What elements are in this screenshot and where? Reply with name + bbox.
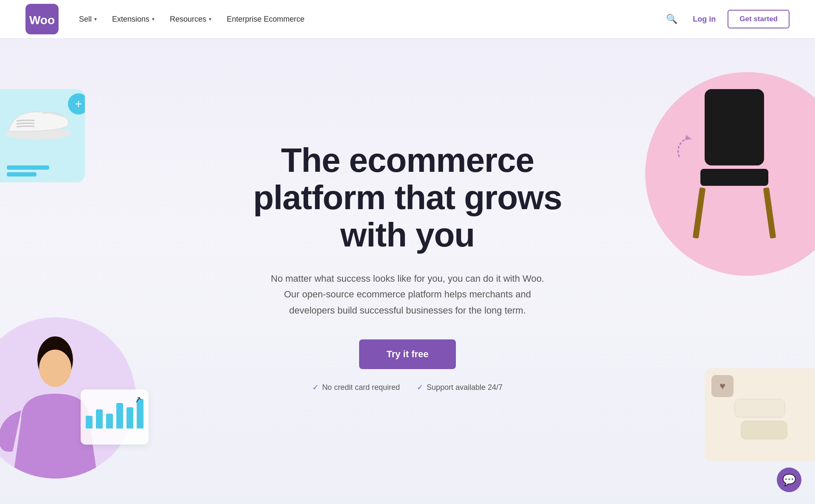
chart-bar [116,403,123,428]
support-badge: ✓ Support available 24/7 [417,383,503,392]
svg-point-4 [39,350,71,387]
check-icon: ✓ [312,383,319,392]
logo[interactable]: Woo [25,4,59,34]
hero-section: + [0,38,815,504]
shoe-decoration [4,102,72,142]
chart-arrow-icon: ↗ [134,394,143,406]
extensions-chevron-icon: ▾ [152,16,155,22]
no-credit-card-label: No credit card required [322,383,400,392]
no-credit-card-badge: ✓ No credit card required [312,383,400,392]
search-icon: 🔍 [666,14,677,24]
soap-decoration [734,399,785,440]
heart-icon: ♥ [711,375,734,397]
support-label: Support available 24/7 [427,383,503,392]
chat-icon: 💬 [782,473,796,487]
get-started-button[interactable]: Get started [728,10,790,28]
nav-sell[interactable]: Sell ▾ [79,15,97,24]
hero-subtitle: No matter what success looks like for yo… [263,271,552,318]
sell-chevron-icon: ▾ [94,16,97,22]
deco-chart: ↗ [81,389,149,445]
search-button[interactable]: 🔍 [663,10,681,28]
nav-right: 🔍 Log in Get started [663,10,790,28]
main-nav: Woo Sell ▾ Extensions ▾ Resources ▾ Ente… [0,0,815,38]
check-icon-2: ✓ [417,383,423,392]
hero-title: The ecommerce platform that grows with y… [253,142,562,254]
deco-arrow-icon [671,132,705,169]
deco-bar-lines [7,165,49,176]
svg-text:Woo: Woo [29,14,55,27]
nav-resources[interactable]: Resources ▾ [170,15,211,24]
chart-bar [126,407,133,428]
login-link[interactable]: Log in [693,15,716,24]
nav-links: Sell ▾ Extensions ▾ Resources ▾ Enterpri… [79,15,663,24]
try-it-free-button[interactable]: Try it free [359,339,455,369]
chat-button[interactable]: 💬 [777,468,801,492]
chart-bar [106,414,113,428]
chart-bar [86,416,93,428]
deco-product-card: ♥ [705,368,815,462]
hero-trust-badges: ✓ No credit card required ✓ Support avai… [253,383,562,392]
deco-shoe-card: + [0,89,85,182]
resources-chevron-icon: ▾ [209,16,211,22]
hero-content: The ecommerce platform that grows with y… [253,142,562,392]
nav-enterprise[interactable]: Enterprise Ecommerce [227,15,304,24]
nav-extensions[interactable]: Extensions ▾ [112,15,155,24]
chart-bar [96,409,103,428]
svg-marker-5 [685,135,692,140]
